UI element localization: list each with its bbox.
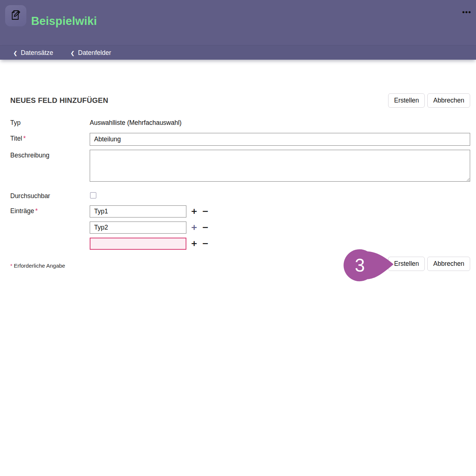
nav-item-label: Datenfelder [78,49,111,57]
edit-document-icon [10,9,22,23]
cancel-button-top[interactable]: Abbrechen [427,93,470,108]
nav-item-datenfelder[interactable]: ❮ Datenfelder [70,49,111,57]
entries-list: + − + − + − [90,205,470,254]
bottom-action-buttons: Erstellen Abbrechen [388,257,470,271]
form-content: NEUES FELD HINZUFÜGEN Erstellen Abbreche… [0,93,476,271]
eintraege-label: Einträge* [10,205,90,215]
durchsuchbar-checkbox[interactable] [90,192,96,198]
form-footer: *Erforderliche Angabe Erstellen Abbreche… [10,257,470,271]
field-row-eintraege: Einträge* + − + − + − [10,205,470,254]
add-entry-button[interactable]: + [191,207,197,215]
titel-input[interactable] [90,133,470,146]
durchsuchbar-label: Durchsuchbar [10,190,90,200]
beschreibung-label: Beschreibung [10,150,90,159]
field-row-typ: Typ Auswahlliste (Mehrfachauswahl) [10,117,470,127]
required-marker: * [35,207,38,215]
required-marker: * [10,263,12,269]
beschreibung-textarea[interactable] [90,150,470,182]
field-row-beschreibung: Beschreibung [10,150,470,183]
chevron-left-icon: ❮ [13,50,18,56]
nav-item-datensaetze[interactable]: ❮ Datensätze [13,49,53,57]
breadcrumb-navbar: ❮ Datensätze ❮ Datenfelder [0,45,476,60]
app-header: Beispielwiki ••• [0,0,476,45]
cancel-button-bottom[interactable]: Abbrechen [427,257,470,271]
titel-label: Titel* [10,133,90,142]
add-entry-button[interactable]: + [191,223,197,231]
remove-entry-button[interactable]: − [202,239,208,248]
balloon-pointer-shape [343,249,394,281]
create-button-top[interactable]: Erstellen [388,93,425,108]
app-title: Beispielwiki [31,15,97,28]
add-entry-button[interactable]: + [191,239,197,248]
typ-label: Typ [10,117,90,127]
entry-input-1[interactable] [90,205,186,217]
entry-row: + − [90,205,470,217]
page-title: NEUES FELD HINZUFÜGEN [10,96,108,105]
typ-value: Auswahlliste (Mehrfachauswahl) [90,117,470,127]
entry-row: + − [90,238,470,250]
top-action-buttons: Erstellen Abbrechen [388,93,470,108]
form-header: NEUES FELD HINZUFÜGEN Erstellen Abbreche… [10,93,470,108]
app-icon-tile[interactable] [5,5,26,26]
remove-entry-button[interactable]: − [202,223,208,231]
create-button-bottom[interactable]: Erstellen [388,257,425,271]
field-row-durchsuchbar: Durchsuchbar [10,190,470,200]
entry-input-2[interactable] [90,222,186,234]
step-number: 3 [355,255,365,275]
nav-item-label: Datensätze [21,49,53,57]
overflow-menu-icon[interactable]: ••• [462,8,471,16]
remove-entry-button[interactable]: − [202,207,208,215]
field-row-titel: Titel* [10,133,470,146]
entry-input-3[interactable] [90,238,186,250]
page: Beispielwiki ••• ❮ Datensätze ❮ Datenfel… [0,0,476,476]
required-marker: * [23,135,26,142]
entry-row: + − [90,222,470,234]
required-note: *Erforderliche Angabe [10,263,65,269]
chevron-left-icon: ❮ [70,50,75,56]
